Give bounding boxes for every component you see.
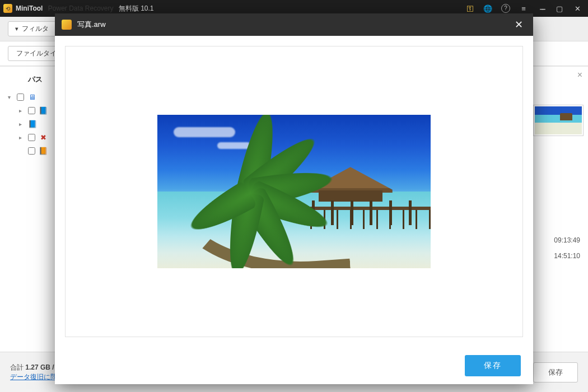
folder-icon: 📙 xyxy=(39,146,48,155)
window-close-icon[interactable] xyxy=(570,2,585,15)
filter-button[interactable]: ▾ フィルタ xyxy=(8,21,56,36)
save-button-dialog[interactable]: 保存 xyxy=(465,355,521,376)
total-value: 1.27 GB / xyxy=(25,363,54,371)
dialog-titlebar: 写真.arw ✕ xyxy=(55,13,533,36)
dialog-title: 写真.arw xyxy=(77,20,505,30)
tree-checkbox[interactable] xyxy=(28,107,35,114)
funnel-icon: ▾ xyxy=(15,25,18,32)
chevron-right-icon[interactable]: ▸ xyxy=(19,121,25,127)
app-title: MiniTool Power Data Recovery 無料版 10.1 xyxy=(16,4,459,13)
app-name: MiniTool xyxy=(16,4,43,12)
filter-label: フィルタ xyxy=(22,24,49,34)
license-key-icon[interactable] xyxy=(463,2,477,15)
tree-checkbox[interactable] xyxy=(28,147,35,155)
window-minimize-icon[interactable] xyxy=(534,2,549,15)
monitor-icon: 🖥 xyxy=(27,92,36,101)
total-prefix: 合計 xyxy=(10,363,24,371)
dialog-footer: 保存 xyxy=(55,347,533,384)
help-icon[interactable] xyxy=(498,2,513,15)
preview-thumbnail[interactable] xyxy=(533,105,584,136)
preview-area xyxy=(55,36,533,347)
file-time-1: 09:13:49 xyxy=(554,232,580,248)
deleted-files-icon: ✖ xyxy=(39,133,48,142)
chevron-right-icon[interactable]: ▸ xyxy=(19,108,25,114)
preview-frame xyxy=(65,46,523,337)
chevron-down-icon[interactable]: ▾ xyxy=(8,94,13,100)
app-logo-icon: ⟲ xyxy=(3,4,12,13)
chevron-spacer xyxy=(19,148,25,154)
menu-icon[interactable]: ≡ xyxy=(516,2,531,15)
thumbnail-image xyxy=(535,106,582,134)
dialog-logo-icon xyxy=(62,20,72,30)
preview-image xyxy=(157,115,431,268)
tree-checkbox[interactable] xyxy=(17,94,24,101)
app-title-faded: Power Data Recovery xyxy=(48,4,114,12)
save-button-main[interactable]: 保存 xyxy=(533,362,578,382)
close-panel-icon[interactable]: × xyxy=(577,70,582,80)
app-version: 無料版 10.1 xyxy=(119,4,154,12)
drive-icon: 📘 xyxy=(28,119,37,128)
tree-checkbox[interactable] xyxy=(28,134,35,141)
language-icon[interactable] xyxy=(480,2,495,15)
chevron-right-icon[interactable]: ▸ xyxy=(19,134,25,141)
window-maximize-icon[interactable] xyxy=(552,2,567,15)
drive-icon: 📘 xyxy=(39,106,48,115)
file-times: 09:13:49 14:51:10 xyxy=(554,232,580,264)
preview-dialog: 写真.arw ✕ xyxy=(55,13,533,384)
dialog-close-icon[interactable]: ✕ xyxy=(511,18,526,31)
file-time-2: 14:51:10 xyxy=(554,248,580,264)
